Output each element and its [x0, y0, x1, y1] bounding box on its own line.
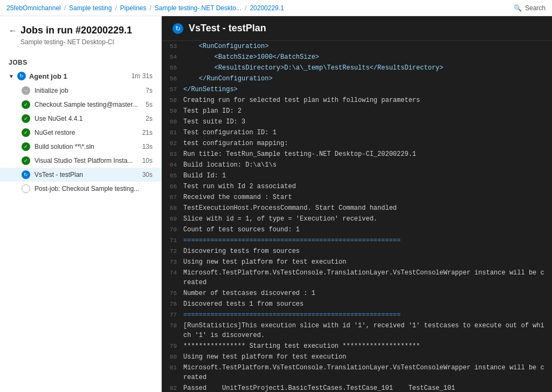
- line-text: Number of testcases discovered : 1: [183, 288, 552, 298]
- line-number: 79: [162, 341, 183, 351]
- step-duration: 7s: [146, 87, 153, 94]
- log-line: 63Run title: TestRun_Sample testing-.NET…: [162, 149, 552, 160]
- line-number: 62: [162, 139, 183, 148]
- line-text: Count of test sources found: 1: [183, 225, 552, 235]
- line-text: test configuration mapping:: [183, 139, 552, 148]
- line-number: 60: [162, 117, 183, 127]
- line-text: Microsoft.TestPlatform.VsTestConsole.Tra…: [183, 268, 552, 287]
- step-name: Post-job: Checkout Sample testing...: [34, 185, 148, 192]
- right-panel: ↻ VsTest - testPlan 53 <RunConfiguration…: [162, 16, 552, 392]
- step-item[interactable]: ✓Use NuGet 4.4.12s: [0, 112, 161, 126]
- step-status-icon: [22, 184, 30, 193]
- line-text: Discovered tests 1 from sources: [183, 299, 552, 309]
- log-line: 74Microsoft.TestPlatform.VsTestConsole.T…: [162, 267, 552, 288]
- log-line: 53 <RunConfiguration>: [162, 41, 552, 52]
- log-line: 80Using new test platform for test execu…: [162, 352, 552, 362]
- step-name: VsTest - testPlan: [34, 171, 138, 178]
- line-number: 75: [162, 288, 183, 298]
- line-number: 55: [162, 63, 183, 73]
- line-text: <BatchSize>1000</BatchSize>: [183, 52, 552, 62]
- job-list: ▼ ↻ Agent job 1 1m 31s –Initialize job7s…: [0, 68, 161, 392]
- run-subtitle: Sample testing-.NET Desktop-CI: [20, 38, 153, 46]
- line-number: 76: [162, 299, 183, 309]
- log-line: 62test configuration mapping:: [162, 138, 552, 149]
- line-number: 61: [162, 128, 183, 137]
- step-duration: 13s: [142, 143, 153, 150]
- step-item[interactable]: ↻VsTest - testPlan30s: [0, 168, 161, 182]
- line-text: Creating run for selected test plan with…: [183, 95, 552, 105]
- console-body[interactable]: 53 <RunConfiguration>54 <BatchSize>1000<…: [162, 41, 552, 392]
- step-item[interactable]: Post-job: Checkout Sample testing...: [0, 182, 161, 196]
- step-name: Checkout Sample testing@master...: [34, 101, 141, 108]
- step-status-icon: –: [22, 86, 30, 95]
- chevron-icon: ▼: [9, 73, 14, 79]
- line-number: 80: [162, 352, 183, 362]
- line-text: Build Id: 1: [183, 171, 552, 181]
- step-name: Build solution **\*.sln: [34, 143, 138, 150]
- top-nav: 25febOmnichannel / Sample testing / Pipe…: [0, 0, 552, 16]
- console-title: VsTest - testPlan: [189, 23, 266, 34]
- agent-job-label: Agent job 1: [29, 72, 128, 80]
- search-label[interactable]: Search: [525, 4, 546, 12]
- log-line: 60Test suite ID: 3: [162, 116, 552, 127]
- line-number: 70: [162, 225, 183, 235]
- step-duration: 5s: [146, 101, 153, 108]
- line-text: <RunConfiguration>: [183, 42, 552, 51]
- line-number: 66: [162, 182, 183, 191]
- log-line: 73Using new test platform for test execu…: [162, 257, 552, 267]
- run-title: Jobs in run #20200229.1: [20, 25, 132, 36]
- log-line: 76Discovered tests 1 from sources: [162, 299, 552, 310]
- step-item[interactable]: –Initialize job7s: [0, 84, 161, 98]
- line-text: Test configuration ID: 1: [183, 128, 552, 137]
- line-text: <ResultsDirectory>D:\a\_temp\TestResults…: [183, 63, 552, 73]
- console-status-icon: ↻: [172, 23, 183, 34]
- log-line: 59Test plan ID: 2: [162, 106, 552, 116]
- line-text: **************** Starting test execution…: [183, 341, 552, 351]
- step-item[interactable]: ✓Checkout Sample testing@master...5s: [0, 98, 161, 112]
- line-text: Test plan ID: 2: [183, 106, 552, 116]
- step-item[interactable]: ✓Visual Studio Test Platform Insta...10s: [0, 154, 161, 168]
- line-number: 78: [162, 321, 183, 331]
- line-number: 59: [162, 106, 183, 116]
- log-line: 64Build location: D:\a\1\s: [162, 160, 552, 170]
- agent-job-duration: 1m 31s: [132, 72, 153, 80]
- steps-container: –Initialize job7s✓Checkout Sample testin…: [0, 84, 161, 196]
- jobs-label: Jobs: [0, 54, 161, 68]
- step-name: NuGet restore: [34, 129, 138, 136]
- step-item[interactable]: ✓Build solution **\*.sln13s: [0, 140, 161, 154]
- log-line: 65Build Id: 1: [162, 170, 552, 181]
- line-number: 63: [162, 149, 183, 159]
- log-line: 54 <BatchSize>1000</BatchSize>: [162, 52, 552, 63]
- log-line: 61Test configuration ID: 1: [162, 127, 552, 138]
- line-text: Discovering tests from sources: [183, 246, 552, 256]
- breadcrumb-item-2[interactable]: Sample testing: [69, 4, 112, 12]
- line-number: 54: [162, 52, 183, 62]
- search-area: 🔍 Search: [514, 4, 546, 12]
- log-line: 79**************** Starting test executi…: [162, 341, 552, 352]
- log-line: 68TestExecutionHost.ProcessCommand. Star…: [162, 203, 552, 214]
- line-text: Microsoft.TestPlatform.VsTestConsole.Tra…: [183, 363, 552, 382]
- step-name: Visual Studio Test Platform Insta...: [34, 157, 138, 164]
- step-item[interactable]: ✓NuGet restore21s: [0, 126, 161, 140]
- log-line: 70Count of test sources found: 1: [162, 224, 552, 235]
- line-text: Test suite ID: 3: [183, 117, 552, 127]
- step-duration: 2s: [146, 115, 153, 122]
- breadcrumb-item-1[interactable]: 25febOmnichannel: [6, 4, 61, 12]
- log-line: 82Passed UnitTestProject1.BasicTestCases…: [162, 383, 552, 392]
- back-row: ← Jobs in run #20200229.1: [9, 25, 153, 36]
- breadcrumb-item-3[interactable]: Pipelines: [120, 4, 147, 12]
- line-number: 67: [162, 192, 183, 202]
- step-status-icon: ✓: [22, 114, 30, 123]
- main-layout: ← Jobs in run #20200229.1 Sample testing…: [0, 16, 552, 392]
- agent-job-status-icon: ↻: [17, 72, 26, 80]
- back-button[interactable]: ←: [9, 26, 17, 36]
- left-panel: ← Jobs in run #20200229.1 Sample testing…: [0, 16, 162, 392]
- line-text: Passed UnitTestProject1.BasicTestCases.T…: [183, 383, 552, 392]
- line-text: Using new test platform for test executi…: [183, 257, 552, 267]
- log-line: 81Microsoft.TestPlatform.VsTestConsole.T…: [162, 362, 552, 383]
- line-number: 71: [162, 236, 183, 245]
- agent-job-header[interactable]: ▼ ↻ Agent job 1 1m 31s: [0, 68, 161, 84]
- breadcrumb-item-4[interactable]: Sample testing-.NET Deskto...: [155, 4, 242, 12]
- line-number: 72: [162, 246, 183, 256]
- breadcrumb-item-5[interactable]: 20200229.1: [250, 4, 284, 12]
